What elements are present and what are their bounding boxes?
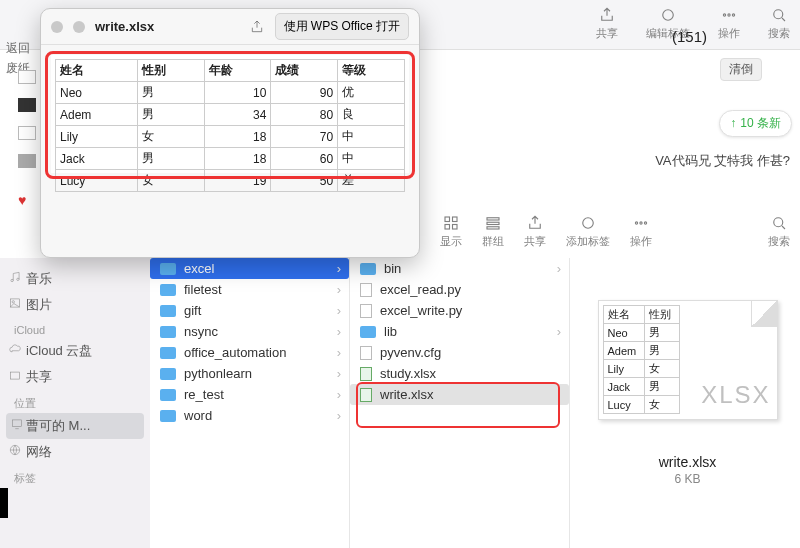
thumbnail-table: 姓名性别Neo男Adem男Lily女Jack男Lucy女 <box>603 305 681 414</box>
svg-point-2 <box>728 14 730 16</box>
close-icon[interactable] <box>51 21 63 33</box>
new-messages-pill[interactable]: 10 条新 <box>719 110 792 137</box>
svg-rect-11 <box>487 227 499 229</box>
sidebar-item-icloud-drive[interactable]: iCloud 云盘 <box>0 338 150 364</box>
chat-message-fragment: VA代码兄 艾特我 作甚? <box>655 152 790 170</box>
finder-sidebar: 音乐 图片 iCloud iCloud 云盘 共享 位置 曹可的 M... 网络… <box>0 258 150 548</box>
favorite-tag-icon: ♥ <box>18 192 26 208</box>
sidebar-header-icloud: iCloud <box>0 318 150 338</box>
sidebar-header-locations: 位置 <box>0 390 150 413</box>
search-action[interactable]: 搜索 <box>768 6 790 41</box>
svg-rect-10 <box>487 222 499 224</box>
sidebar-peek-icons <box>18 70 36 168</box>
svg-rect-6 <box>453 217 458 222</box>
quicklook-data-table: 姓名性别年龄成绩等级Neo男1090优Adem男3480良Lily女1870中J… <box>55 59 405 192</box>
action-menu-2[interactable]: 操作 <box>630 214 652 249</box>
back-label: 返回 <box>6 40 30 57</box>
add-tag-action[interactable]: 添加标签 <box>566 214 610 249</box>
folder-row-word[interactable]: word› <box>150 405 349 426</box>
window-edge-marker <box>0 488 8 518</box>
xlsx-watermark: XLSX <box>701 381 770 409</box>
annotation-red-box-files <box>356 382 560 428</box>
chat-title-fragment: (151) <box>672 28 707 45</box>
preview-pane: 姓名性别Neo男Adem男Lily女Jack男Lucy女 XLSX write.… <box>585 280 790 548</box>
sidebar-item-music[interactable]: 音乐 <box>0 266 150 292</box>
svg-point-0 <box>663 10 674 21</box>
finder-toolbar: 显示 群组 共享 添加标签 操作 搜索 <box>440 210 790 258</box>
display-mode[interactable]: 显示 <box>440 214 462 249</box>
open-with-button[interactable]: 使用 WPS Office 打开 <box>275 13 409 40</box>
svg-point-3 <box>732 14 734 16</box>
svg-rect-22 <box>12 420 21 426</box>
file-row-excel_read-py[interactable]: excel_read.py <box>350 279 569 300</box>
folder-row-excel[interactable]: excel› <box>150 258 349 279</box>
svg-point-1 <box>723 14 725 16</box>
quicklook-window: write.xlsx 使用 WPS Office 打开 姓名性别年龄成绩等级Ne… <box>40 8 420 258</box>
svg-rect-7 <box>445 225 450 230</box>
sidebar-item-mac[interactable]: 曹可的 M... <box>6 413 144 439</box>
svg-rect-21 <box>10 372 19 379</box>
quicklook-header: write.xlsx 使用 WPS Office 打开 <box>41 9 419 45</box>
file-row-lib[interactable]: lib› <box>350 321 569 342</box>
svg-point-18 <box>17 278 19 280</box>
folder-column: excel›filetest›gift›nsync›office_automat… <box>150 258 350 548</box>
folder-row-pythonlearn[interactable]: pythonlearn› <box>150 363 349 384</box>
file-row-excel_write-py[interactable]: excel_write.py <box>350 300 569 321</box>
folder-row-filetest[interactable]: filetest› <box>150 279 349 300</box>
share-icon[interactable] <box>249 19 265 35</box>
fullscreen-icon[interactable] <box>73 21 85 33</box>
search-action-2[interactable]: 搜索 <box>768 214 790 249</box>
svg-point-12 <box>583 218 594 229</box>
svg-rect-5 <box>445 217 450 222</box>
group-mode[interactable]: 群组 <box>482 214 504 249</box>
folder-row-nsync[interactable]: nsync› <box>150 321 349 342</box>
page-fold-icon <box>751 301 777 327</box>
svg-rect-8 <box>453 225 458 230</box>
action-menu[interactable]: 操作 <box>718 6 740 41</box>
sidebar-item-network[interactable]: 网络 <box>0 439 150 465</box>
preview-filename: write.xlsx <box>585 454 790 470</box>
preview-filesize: 6 KB <box>585 472 790 486</box>
file-row-bin[interactable]: bin› <box>350 258 569 279</box>
share-action-2[interactable]: 共享 <box>524 214 546 249</box>
svg-point-13 <box>635 222 637 224</box>
svg-point-4 <box>774 10 783 19</box>
quicklook-title: write.xlsx <box>95 19 154 34</box>
svg-rect-9 <box>487 218 499 220</box>
quicklook-body: 姓名性别年龄成绩等级Neo男1090优Adem男3480良Lily女1870中J… <box>51 55 409 173</box>
file-row-study-xlsx[interactable]: study.xlsx <box>350 363 569 384</box>
svg-point-15 <box>644 222 646 224</box>
folder-row-re_test[interactable]: re_test› <box>150 384 349 405</box>
finder-window: ﾉ,,,,, 显示 群组 共享 添加标签 操作 搜索 音 <box>0 210 800 548</box>
folder-row-gift[interactable]: gift› <box>150 300 349 321</box>
svg-point-16 <box>774 218 783 227</box>
clear-button[interactable]: 清倒 <box>720 58 762 81</box>
preview-thumbnail[interactable]: 姓名性别Neo男Adem男Lily女Jack男Lucy女 XLSX <box>598 300 778 420</box>
svg-point-20 <box>12 301 14 303</box>
sidebar-item-shared[interactable]: 共享 <box>0 364 150 390</box>
share-action[interactable]: 共享 <box>596 6 618 41</box>
sidebar-item-pictures[interactable]: 图片 <box>0 292 150 318</box>
sidebar-header-tags: 标签 <box>0 465 150 488</box>
svg-point-17 <box>11 279 13 281</box>
file-row-pyvenv-cfg[interactable]: pyvenv.cfg <box>350 342 569 363</box>
folder-row-office_automation[interactable]: office_automation› <box>150 342 349 363</box>
svg-point-14 <box>640 222 642 224</box>
